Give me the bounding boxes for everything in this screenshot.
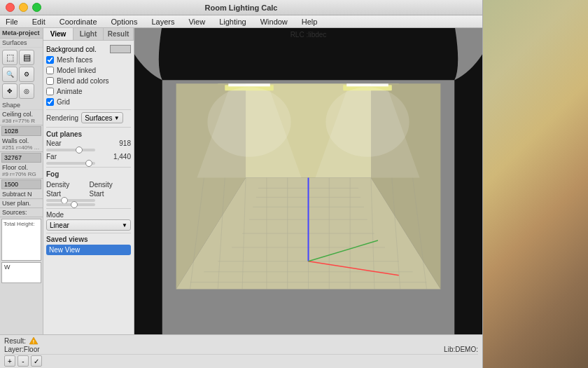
- user-plane-item[interactable]: User plan.: [0, 199, 43, 208]
- surfaces-label: Surfaces: [2, 39, 41, 46]
- tool-btn-5[interactable]: ✥: [2, 83, 18, 99]
- checkbox-model-input[interactable]: [46, 67, 54, 74]
- ceiling-color-value: #38 r=77% R: [2, 118, 41, 124]
- view-panel: View Light Result Background col. Mesh f…: [43, 28, 134, 334]
- app-window: Room Lighting Calc File Edit Coordinate …: [0, 0, 483, 368]
- checkbox-blend-input[interactable]: [46, 77, 54, 85]
- fog-start2-label: Start: [90, 190, 132, 198]
- rendering-label: Rendering: [46, 114, 78, 122]
- close-button[interactable]: [6, 3, 15, 12]
- shape-label: Shape: [2, 102, 41, 109]
- fog-slider2[interactable]: [46, 203, 95, 206]
- checkbox-animate: Animate: [46, 86, 131, 97]
- n1500-box: 1500: [1, 179, 41, 189]
- svg-rect-27: [228, 83, 270, 86]
- subtract-item[interactable]: Subtract N: [0, 190, 43, 199]
- tool-btn-1[interactable]: ⬚: [2, 50, 18, 65]
- title-bar: Room Lighting Calc: [0, 0, 482, 15]
- menu-options[interactable]: Options: [108, 18, 141, 26]
- fog-density1-label: Density: [46, 181, 88, 189]
- meta-panel: Meta-project Surfaces ⬚ ▤ 🔍 ⚙ ✥ ◎ Shape …: [0, 28, 43, 334]
- status-bar: Result: ! Layer:Floor Lib:DEMO: + - ✓: [0, 334, 482, 368]
- checkbox-mesh-input[interactable]: [46, 56, 54, 64]
- walls-color-item[interactable]: Walls col. #251 r=40% RG: [0, 137, 43, 152]
- checkbox-grid-input[interactable]: [46, 98, 54, 106]
- walls-color-value: #251 r=40% RG: [2, 144, 41, 151]
- mode-label: Mode: [46, 208, 131, 219]
- menu-lighting[interactable]: Lighting: [216, 18, 249, 26]
- checkbox-mesh-label: Mesh faces: [57, 56, 92, 64]
- subtract-label: Subtract N: [2, 191, 41, 198]
- n1028-box: 1028: [1, 126, 41, 136]
- fog-slider2-thumb[interactable]: [71, 201, 78, 208]
- far-slider-track[interactable]: [46, 162, 95, 165]
- panel-tabs: View Light Result: [43, 28, 134, 41]
- bg-color-swatch[interactable]: [110, 45, 131, 53]
- checkbox-blend-label: Blend add colors: [57, 77, 109, 85]
- total-height-label: Total Height:: [2, 219, 41, 229]
- svg-rect-30: [346, 83, 388, 86]
- add-button[interactable]: +: [4, 355, 15, 367]
- near-slider-thumb[interactable]: [76, 146, 83, 154]
- remove-button[interactable]: -: [18, 355, 29, 367]
- shape-item: Shape: [0, 101, 43, 110]
- menu-help[interactable]: Help: [299, 18, 321, 26]
- fog-start1-label: Start: [46, 190, 88, 198]
- near-value: 918: [119, 139, 131, 147]
- floor-color-item[interactable]: Floor col. #9 r=70% RG: [0, 163, 43, 179]
- dropdown-chevron-icon: ▼: [114, 115, 120, 121]
- mode-dropdown-label: Linear: [50, 222, 69, 229]
- svg-point-32: [207, 87, 290, 156]
- viewport-subtitle: RLC :libdec: [290, 31, 327, 39]
- surfaces-dropdown[interactable]: Surfaces ▼: [81, 112, 122, 123]
- fog-slider1[interactable]: [46, 199, 95, 202]
- tool-btn-4[interactable]: ⚙: [19, 67, 34, 82]
- far-value: 1,440: [113, 153, 131, 161]
- checkbox-animate-input[interactable]: [46, 88, 54, 95]
- maximize-button[interactable]: [32, 3, 41, 12]
- checkbox-grid-label: Grid: [57, 98, 70, 106]
- checkbox-blend-colors: Blend add colors: [46, 76, 131, 86]
- sources-area: Total Height:: [1, 219, 41, 261]
- result-row: Result: !: [4, 336, 478, 345]
- cut-planes-title: Cut planes: [46, 127, 131, 139]
- menu-layers[interactable]: Layers: [148, 18, 177, 26]
- svg-text:!: !: [33, 339, 34, 344]
- menu-coordinate[interactable]: Coordinate: [57, 18, 100, 26]
- viewport: RLC :libdec: [134, 28, 482, 334]
- w-area: W: [1, 262, 41, 283]
- app-body: Meta-project Surfaces ⬚ ▤ 🔍 ⚙ ✥ ◎ Shape …: [0, 28, 482, 334]
- tab-result[interactable]: Result: [104, 28, 134, 40]
- far-slider-thumb[interactable]: [85, 160, 92, 167]
- fog-grid: Density Density Start Start: [46, 181, 131, 198]
- meta-project-label: Meta-project: [0, 28, 43, 39]
- saved-views-title: Saved views: [46, 233, 131, 245]
- room-render: [134, 28, 482, 334]
- bottom-toolbar: + - ✓: [4, 354, 478, 367]
- tool-btn-3[interactable]: 🔍: [2, 67, 18, 82]
- new-view-item[interactable]: New View: [46, 245, 131, 255]
- tool-btn-2[interactable]: ▤: [19, 50, 34, 65]
- n32767-box: 32767: [1, 153, 41, 163]
- result-label: Result:: [4, 337, 26, 345]
- confirm-button[interactable]: ✓: [31, 355, 42, 367]
- tab-light[interactable]: Light: [74, 28, 104, 40]
- menu-view[interactable]: View: [186, 18, 208, 26]
- n1500-value: 1500: [4, 181, 18, 188]
- tab-view[interactable]: View: [43, 28, 74, 40]
- surfaces-item[interactable]: Surfaces: [0, 39, 43, 48]
- menu-window[interactable]: Window: [258, 18, 290, 26]
- tool-btn-6[interactable]: ◎: [19, 83, 34, 99]
- panel-content: Background col. Mesh faces Model linked …: [43, 41, 134, 334]
- surfaces-dropdown-label: Surfaces: [85, 114, 112, 122]
- menu-edit[interactable]: Edit: [29, 18, 48, 26]
- mode-dropdown[interactable]: Linear ▼: [46, 219, 131, 231]
- minimize-button[interactable]: [19, 3, 28, 12]
- near-row: Near 918: [46, 139, 131, 147]
- near-slider-track[interactable]: [46, 149, 95, 151]
- sources-item[interactable]: Sources:: [0, 208, 43, 217]
- checkbox-model-linked: Model linked: [46, 65, 131, 76]
- menu-file[interactable]: File: [3, 18, 21, 26]
- rendering-row: Rendering Surfaces ▼: [46, 109, 131, 125]
- ceiling-color-item[interactable]: Ceiling col. #38 r=77% R: [0, 110, 43, 125]
